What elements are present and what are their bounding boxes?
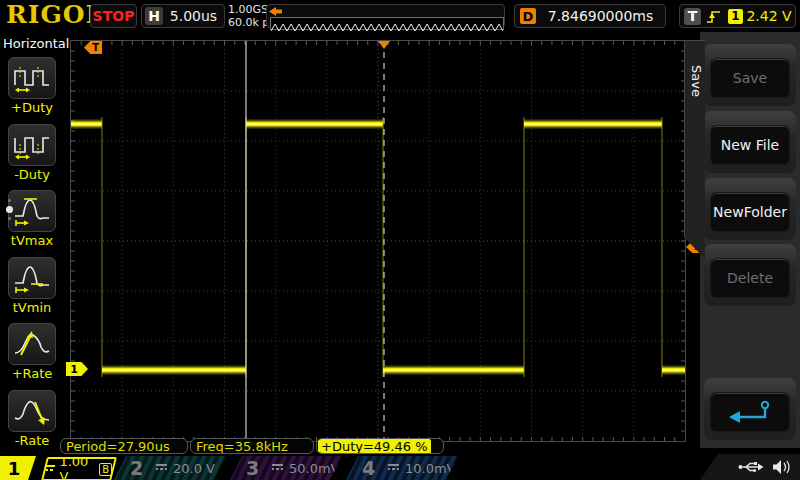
dc-coupling-icon — [272, 464, 283, 472]
tvmin-icon — [13, 263, 51, 293]
trigger-info-box: T 1 2.42 V — [679, 4, 796, 28]
timebase-value: 5.00us — [163, 8, 224, 24]
softkey-menu: Save New File NewFolder Delete — [700, 32, 800, 448]
channel4-scale: 10.0mV — [405, 461, 456, 476]
left-menu-title: Horizontal — [3, 36, 69, 51]
menu-scroll-dot — [8, 217, 11, 220]
status-icon-panel — [700, 454, 800, 480]
preview-waveform-strip — [270, 17, 504, 30]
new-file-button[interactable]: New File — [710, 125, 790, 165]
menu-item-plus-rate[interactable]: +Rate — [8, 323, 56, 381]
plus-rate-label: +Rate — [8, 366, 56, 381]
minus-duty-label: -Duty — [8, 167, 56, 182]
delay-value: 7.84690000ms — [536, 8, 665, 24]
usb-icon — [738, 460, 764, 474]
channel2-status[interactable]: 2 20.0 V — [114, 456, 226, 480]
beeper-icon — [772, 459, 792, 475]
trigger-level-value: 2.42 V — [743, 8, 795, 24]
channel3-status[interactable]: 3 50.0mV — [230, 456, 342, 480]
channel3-badge: 3 — [246, 457, 266, 479]
channel2-badge: 2 — [130, 457, 150, 479]
tvmax-label: tVmax — [8, 233, 56, 248]
rising-edge-icon — [706, 9, 721, 24]
tvmax-button[interactable] — [8, 190, 56, 232]
waveform-display-grid — [70, 40, 686, 442]
delay-label: D — [520, 8, 536, 24]
menu-back-button[interactable] — [710, 392, 790, 432]
trigger-offscreen-left-icon — [269, 7, 283, 16]
menu-tab-label: Save — [689, 65, 704, 97]
menu-tab-save: Save — [684, 40, 705, 259]
minus-rate-icon — [13, 396, 51, 426]
minus-rate-button[interactable] — [8, 390, 56, 432]
tvmax-icon — [13, 196, 51, 226]
plus-duty-button[interactable] — [8, 57, 56, 99]
menu-item-tvmin[interactable]: tVmin — [8, 257, 56, 315]
horizontal-delay-box: D 7.84690000ms — [514, 4, 666, 28]
menu-item-tvmax[interactable]: tVmax — [8, 190, 56, 248]
h-label: H — [145, 7, 163, 25]
channel1-scale: 1.00 V — [59, 454, 95, 480]
menu-scroll-dot — [8, 199, 11, 202]
minus-duty-button[interactable] — [8, 124, 56, 166]
trigger-label: T — [684, 8, 701, 25]
dc-coupling-icon — [156, 464, 167, 472]
horizontal-timebase-box: H 5.00us — [141, 4, 225, 28]
tvmin-button[interactable] — [8, 257, 56, 299]
memory-waveform-preview — [266, 4, 505, 28]
minus-duty-icon — [13, 130, 51, 160]
dc-coupling-icon — [388, 464, 399, 472]
trigger-source-badge: 1 — [728, 9, 743, 24]
preview-zigzag-waveform — [271, 22, 503, 33]
oscilloscope-screen: RIGOL STOP H 5.00us 1.00GSa/s 60.0k pts … — [0, 0, 800, 480]
plus-duty-label: +Duty — [8, 100, 56, 115]
channel3-scale: 50.0mV — [289, 461, 340, 476]
channel1-badge[interactable]: 1 — [0, 456, 36, 480]
menu-item-plus-duty[interactable]: +Duty — [8, 57, 56, 115]
channel4-badge: 4 — [362, 457, 382, 479]
delete-button[interactable]: Delete — [710, 258, 790, 298]
save-button[interactable]: Save — [710, 58, 790, 98]
channel1-waveform — [71, 41, 685, 441]
minus-rate-label: -Rate — [8, 433, 56, 448]
channel2-scale: 20.0 V — [173, 461, 215, 476]
plus-rate-button[interactable] — [8, 323, 56, 365]
menu-item-minus-duty[interactable]: -Duty — [8, 124, 56, 182]
menu-scroll-dot-current — [6, 206, 13, 213]
measurement-period[interactable]: Period=27.90us — [60, 438, 188, 454]
channel4-status[interactable]: 4 10.0mV — [346, 456, 458, 480]
menu-item-minus-rate[interactable]: -Rate — [8, 390, 56, 448]
plus-rate-icon — [13, 329, 51, 359]
measurement-duty-highlight: +Duty=49.46 % — [318, 439, 431, 454]
run-state-indicator: STOP — [90, 4, 137, 28]
measurement-duty[interactable]: +Duty=49.46 % — [316, 438, 444, 454]
return-arrow-icon — [727, 399, 773, 425]
new-folder-button[interactable]: NewFolder — [710, 192, 790, 232]
channel1-scale-box[interactable]: 1.00 V B — [41, 457, 117, 480]
bandwidth-limit-badge: B — [99, 463, 112, 476]
dc-coupling-icon — [46, 465, 55, 473]
tvmin-label: tVmin — [8, 300, 56, 315]
measurement-freq[interactable]: Freq=35.8kHz — [190, 438, 314, 454]
plus-duty-icon — [13, 63, 51, 93]
